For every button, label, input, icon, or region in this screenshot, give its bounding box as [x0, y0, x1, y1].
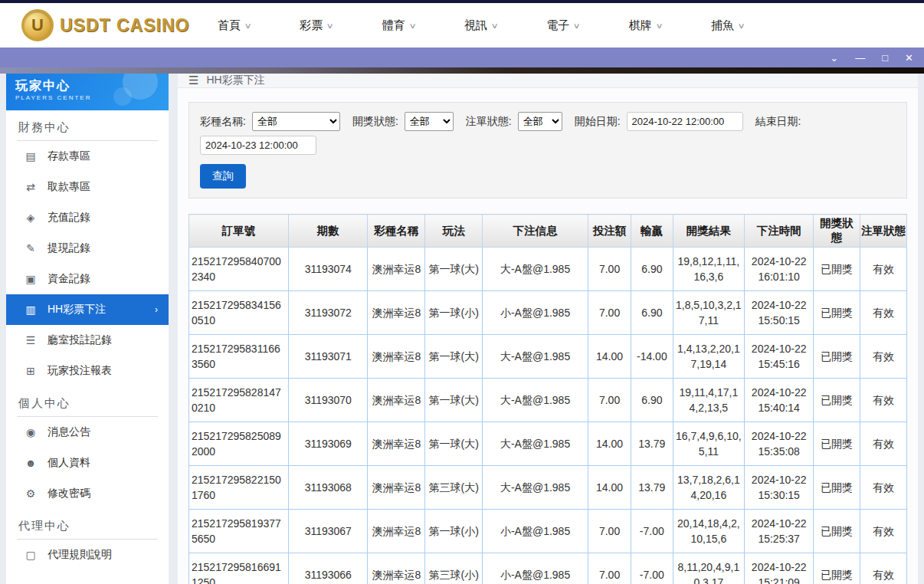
- order-status-select[interactable]: 全部: [518, 112, 562, 131]
- table-cell: 6.90: [631, 379, 673, 422]
- table-cell: 已開獎: [814, 335, 860, 379]
- sidebar-item-label: 取款專區: [48, 180, 90, 194]
- table-cell: 2024-10-22 15:40:14: [745, 379, 814, 422]
- table-cell: 有效: [860, 335, 907, 379]
- table-cell: 澳洲幸运8: [368, 553, 425, 584]
- table-cell: 小-A盤@1.985: [483, 510, 588, 553]
- nav-item-live-video[interactable]: 視訊 ∨: [464, 18, 497, 33]
- sidebar-item-label: 資金記錄: [48, 272, 90, 286]
- maximize-icon[interactable]: □: [882, 53, 888, 63]
- minimize-icon[interactable]: —: [855, 53, 865, 63]
- lottery-name-select[interactable]: 全部: [252, 112, 340, 131]
- table-cell: 澳洲幸运8: [368, 510, 425, 553]
- sidebar-item-hh-lottery-bet[interactable]: ▥ HH彩票下注 ›: [6, 294, 169, 325]
- nav-item-lottery[interactable]: 彩票 ∨: [300, 18, 333, 33]
- collapse-chevron-icon[interactable]: ⌄: [830, 53, 838, 63]
- sidebar-item-label: 個人資料: [48, 456, 90, 470]
- table-cell: 澳洲幸运8: [368, 291, 425, 335]
- table-cell: 已開獎: [814, 248, 860, 291]
- nav-item-home[interactable]: 首頁 ∨: [218, 18, 251, 33]
- chevron-right-icon: ›: [155, 304, 158, 315]
- column-header: 輸贏: [631, 215, 673, 248]
- table-cell: 已開獎: [814, 379, 860, 422]
- table-header-row: 訂單號期數彩種名稱玩法下注信息投注額輸贏開獎結果下注時間開獎狀態注單狀態: [189, 215, 907, 248]
- order-number-cell: 2152172958166911250: [189, 553, 289, 584]
- table-cell: 14.00: [588, 422, 631, 466]
- table-cell: -7.00: [631, 510, 673, 553]
- sidebar: 玩家中心 PLAYERS CENTER 財務中心 ▤ 存款專區 ⇄ 取款專區 ◈…: [6, 74, 169, 584]
- column-header: 彩種名稱: [368, 215, 425, 248]
- sidebar-item-announcements[interactable]: ◉ 消息公告: [6, 417, 169, 448]
- table-cell: 1,8,5,10,3,2,17,11: [673, 291, 745, 335]
- nav-item-chess[interactable]: 棋牌 ∨: [629, 18, 662, 33]
- sidebar-item-change-password[interactable]: ⚙ 修改密碼: [6, 478, 169, 509]
- chevron-down-icon: ∨: [408, 21, 416, 30]
- nav-item-sports[interactable]: 體育 ∨: [382, 18, 415, 33]
- order-number-cell: 2152172958193775650: [189, 510, 289, 553]
- sidebar-item-room-bet-record[interactable]: ☰ 廳室投註記錄: [6, 325, 169, 356]
- table-cell: 2024-10-22 15:21:09: [745, 553, 814, 584]
- end-date-input[interactable]: [200, 136, 316, 155]
- sidebar-item-funds-record[interactable]: ▣ 資金記錄: [6, 264, 169, 294]
- sidebar-subtitle: PLAYERS CENTER: [15, 94, 159, 101]
- table-cell: 已開獎: [814, 510, 860, 553]
- start-date-label: 開始日期:: [575, 115, 621, 129]
- table-cell: 31193066: [289, 553, 368, 584]
- table-cell: 31193074: [289, 248, 368, 291]
- lottery-name-label: 彩種名稱:: [200, 115, 246, 129]
- table-cell: 2024-10-22 15:45:16: [745, 335, 814, 379]
- table-cell: 有效: [860, 553, 907, 584]
- table-cell: 有效: [860, 379, 907, 422]
- table-row: 215217295831166356031193071澳洲幸运8第一球(大)大-…: [189, 335, 907, 379]
- sidebar-item-label: 代理規則說明: [48, 548, 112, 562]
- table-row: 215217295819377565031193067澳洲幸运8第一球(小)小-…: [189, 510, 907, 553]
- draw-status-select[interactable]: 全部: [405, 112, 454, 131]
- user-icon: ☻: [25, 457, 37, 469]
- nav-item-label: 電子: [546, 18, 569, 33]
- nav-item-electronic[interactable]: 電子 ∨: [546, 18, 579, 33]
- nav-item-label: 彩票: [300, 18, 323, 33]
- sidebar-item-player-bet-report[interactable]: ⊞ 玩家投注報表: [6, 356, 169, 386]
- app-logo[interactable]: U USDT CASINO: [21, 9, 198, 41]
- table-cell: 小-A盤@1.985: [483, 291, 588, 335]
- sidebar-item-withdraw[interactable]: ⇄ 取款專區: [6, 172, 169, 202]
- table-cell: 有效: [860, 510, 907, 553]
- table-cell: 已開獎: [814, 422, 860, 466]
- deposit-card-icon: ▤: [25, 150, 37, 162]
- start-date-input[interactable]: [627, 112, 743, 131]
- table-cell: 14.00: [588, 335, 631, 379]
- chevron-down-icon: ∨: [738, 21, 745, 30]
- funds-record-icon: ▣: [25, 273, 37, 285]
- table-cell: 13,7,18,2,6,14,20,16: [673, 466, 745, 510]
- table-cell: 7.00: [588, 510, 631, 553]
- table-cell: 已開獎: [814, 466, 860, 510]
- background-art-band: [0, 67, 924, 74]
- table-cell: 第一球(小): [425, 510, 483, 553]
- nav-item-fishing[interactable]: 捕魚 ∨: [711, 18, 744, 33]
- close-icon[interactable]: ✕: [905, 53, 913, 63]
- table-cell: 澳洲幸运8: [368, 335, 425, 379]
- sidebar-item-recharge-record[interactable]: ◈ 充值記錄: [6, 202, 169, 233]
- sidebar-item-agent-rules[interactable]: ▢ 代理規則說明: [6, 540, 169, 570]
- document-icon: ▢: [25, 549, 37, 561]
- sidebar-item-label: 廳室投註記錄: [48, 333, 112, 347]
- table-row: 215217295828147021031193070澳洲幸运8第一球(大)大-…: [189, 379, 907, 422]
- column-header: 下注信息: [483, 215, 588, 248]
- table-cell: 大-A盤@1.985: [483, 335, 588, 379]
- main-menu: 首頁 ∨ 彩票 ∨ 體育 ∨ 視訊 ∨ 電子 ∨ 棋牌 ∨ 捕魚 ∨: [218, 18, 744, 33]
- table-row: 215217295816691125031193066澳洲幸运8第三球(小)小-…: [189, 553, 907, 584]
- table-cell: 31193068: [289, 466, 368, 510]
- sidebar-item-label: 修改密碼: [48, 487, 90, 500]
- hamburger-menu-icon[interactable]: ☰: [188, 74, 198, 87]
- table-cell: 澳洲幸运8: [368, 422, 425, 466]
- table-cell: 19,11,4,17,14,2,13,5: [673, 379, 745, 422]
- breadcrumb-label: HH彩票下注: [206, 74, 264, 87]
- table-cell: 2024-10-22 15:35:08: [745, 422, 814, 466]
- sidebar-item-profile[interactable]: ☻ 個人資料: [6, 448, 169, 478]
- table-cell: 大-A盤@1.985: [483, 379, 588, 422]
- search-button[interactable]: 查詢: [200, 164, 246, 189]
- sidebar-item-withdrawal-record[interactable]: ✎ 提現記錄: [6, 233, 169, 264]
- nav-item-label: 棋牌: [629, 18, 652, 33]
- sidebar-item-deposit[interactable]: ▤ 存款專區: [6, 141, 169, 172]
- table-cell: 31193067: [289, 510, 368, 553]
